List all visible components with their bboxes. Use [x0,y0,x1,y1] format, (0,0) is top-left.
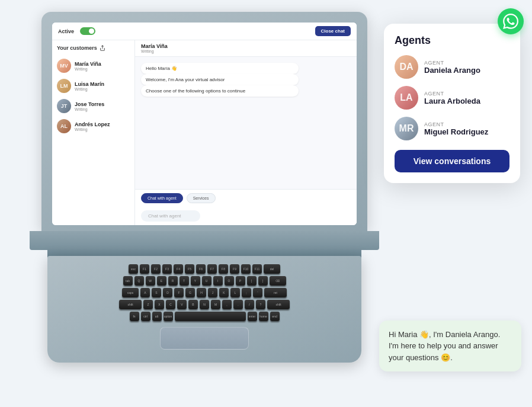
key-delete: del [264,264,280,274]
customer-name-3: Andrés Lopez [75,121,110,127]
key-f1: F1 [140,264,149,274]
key-f5: F5 [185,264,194,274]
key-f10: F10 [241,264,251,274]
customer-avatar-face-2: JT [57,99,71,113]
customer-info-1: Luisa Marín Writing [75,81,104,91]
customer-item-1[interactable]: LM Luisa Marín Writing [52,76,134,96]
key-slash: / [245,300,254,309]
whatsapp-button[interactable] [498,8,524,34]
chat-message-1: Welcome, I'm Ana your virtual advisor [141,74,299,85]
active-label: Active [58,28,74,34]
view-conversations-button[interactable]: View conversations [395,150,509,172]
trackpad[interactable] [160,327,249,350]
agent-label-2: Agent [424,121,488,127]
customer-avatar-face-3: AL [57,119,71,133]
customer-item-3[interactable]: AL Andrés Lopez Writing [52,116,134,136]
agent-name-2: Miguel Rodriguez [424,127,488,136]
agents-panel: Agents DA Agent Daniela Arango LA Agent … [384,24,520,183]
laptop-screen-outer: Active Close chat Your customers [41,12,367,231]
agent-avatar-face-1: LA [395,86,418,110]
customer-list: MV María Viña Writing LM Luisa Marín Wri… [52,56,134,136]
customer-status-3: Writing [75,127,110,132]
customer-avatar-2: JT [57,99,71,113]
customer-info-2: Jose Torres Writing [75,101,104,111]
agent-item-0: DA Agent Daniela Arango [395,55,509,79]
chat-input-bubble[interactable]: Chat with agent [141,210,200,222]
chat-header: María Viña Writing [135,40,357,57]
chat-message-2: Choose one of the following options to c… [141,85,299,97]
chat-input-row: Chat with agent [135,207,357,225]
chat-bubble-float: Hi Maria 👋, I'm Daniela Arango. I'm here… [379,321,521,372]
key-j: J [208,288,217,297]
agent-label-1: Agent [424,91,480,97]
customer-name-0: María Viña [75,61,101,67]
sidebar: Your customers MV María Viña Writing LM [52,40,135,225]
key-backspace: ⌫ [270,276,286,286]
agent-name-0: Daniela Arango [424,66,480,75]
chat-buttons: Chat with agent Services [135,189,357,207]
laptop-keyboard: esc F1 F2 F3 F4 F5 F6 F7 F8 F9 F10 F11 d… [47,256,361,363]
chat-message-list: Hello María 👋Welcome, I'm Ana your virtu… [141,63,351,97]
key-c: C [166,300,175,309]
key-f8: F8 [219,264,228,274]
customer-avatar-3: AL [57,119,71,133]
agent-avatar-0: DA [395,55,418,79]
export-icon [100,45,105,51]
agent-avatar-face-0: DA [395,55,418,79]
key-p: P [236,276,245,286]
customer-status-1: Writing [75,87,104,91]
key-r: R [168,276,178,286]
customer-name-1: Luisa Marín [75,81,104,87]
agent-label-0: Agent [424,60,480,66]
laptop-hinge [30,231,379,250]
key-space [175,312,246,321]
key-a: A [140,288,150,297]
agent-avatar-face-2: MR [395,117,418,140]
key-b: B [188,300,198,309]
key-option: option [164,312,173,321]
key-row-bottom: fn ctrl alt option enter home end [59,312,350,321]
key-f2: F2 [151,264,161,274]
key-m: M [211,300,220,309]
app-ui: Active Close chat Your customers [52,23,357,225]
key-f7: F7 [207,264,217,274]
agent-info-0: Agent Daniela Arango [424,60,480,75]
key-s: S [152,288,161,297]
customer-info-0: María Viña Writing [75,61,101,71]
key-shift-left: shift [119,300,142,309]
key-h: H [197,288,206,297]
agent-avatar-2: MR [395,117,418,140]
whatsapp-icon [503,14,518,29]
key-o: O [225,276,234,286]
customer-name-2: Jose Torres [75,101,104,107]
key-f3: F3 [162,264,172,274]
agent-info-1: Agent Laura Arboleda [424,91,480,105]
laptop-scene: Active Close chat Your customers [30,12,373,379]
key-row-zxcv: shift Z X C V B N M , . / ? shift [59,300,350,309]
customer-avatar-0: MV [57,59,71,73]
close-chat-button[interactable]: Close chat [315,26,351,36]
key-n: N [200,300,209,309]
customer-item-2[interactable]: JT Jose Torres Writing [52,96,134,116]
active-toggle[interactable] [80,27,95,35]
key-t: T [180,276,189,286]
key-shift-right: shift [267,300,290,309]
key-period: . [233,300,243,309]
key-question: ? [256,300,265,309]
agent-item-2: MR Agent Miguel Rodriguez [395,117,509,140]
chat-messages: Hello María 👋Welcome, I'm Ana your virtu… [135,57,357,189]
key-open-bracket: [ [247,276,257,286]
sidebar-title: Your customers [57,45,97,51]
key-f4: F4 [174,264,183,274]
keyboard-rows: esc F1 F2 F3 F4 F5 F6 F7 F8 F9 F10 F11 d… [59,264,350,321]
chat-with-agent-button[interactable]: Chat with agent [141,193,183,203]
key-row-numbers: tab Q W E R T Y U I O P [ ] ⌫ [59,276,350,286]
customer-avatar-face-0: MV [57,59,71,73]
customer-item-0[interactable]: MV María Viña Writing [52,56,134,76]
customer-status-0: Writing [75,67,101,71]
services-button[interactable]: Services [187,193,216,203]
key-f: F [174,288,184,297]
key-z: Z [143,300,153,309]
customer-info-3: Andrés Lopez Writing [75,121,110,132]
key-fn: fn [130,312,139,321]
